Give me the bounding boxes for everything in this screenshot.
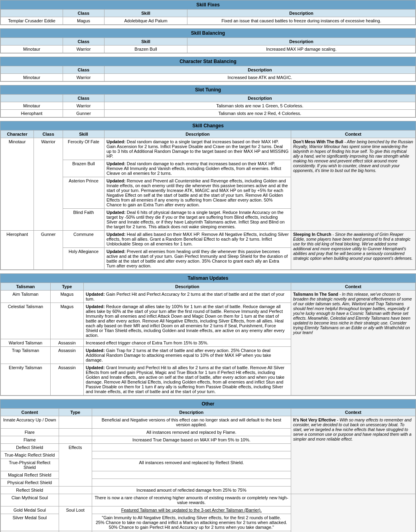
skill-cell: Ferocity Of Fate <box>63 138 104 160</box>
talisman-updates-header: Talisman Updates <box>0 274 416 283</box>
content-cell: Reflect Shield <box>1 487 59 494</box>
talisman-cell: Warlord Talisman <box>1 339 51 347</box>
class-cell: Gunner <box>63 110 104 117</box>
th-context: Context <box>291 131 415 138</box>
desc-cell: Featured Talisman will be updated to the… <box>92 506 291 514</box>
type-cell: Effects <box>59 444 92 487</box>
context-cell: Talismans In The Sand - In this release,… <box>291 291 415 396</box>
desc-cell: Updated: Deal random damage to a single … <box>104 138 291 160</box>
desc-cell: Increased MAX HP damage scaling. <box>187 45 416 53</box>
desc-cell <box>92 444 291 451</box>
char-stat-table: Class Description Minotaur Warrior Incre… <box>0 66 416 81</box>
desc-cell: Updated: Prevent all enemies from healin… <box>104 248 291 270</box>
type-cell: Assassin <box>50 339 83 347</box>
content-cell: True-Magic Reflect Shield <box>1 451 59 459</box>
th-character <box>1 95 63 102</box>
context-cell: Sleeping In Church - Since the awakening… <box>291 231 415 270</box>
character-cell: Minotaur <box>1 102 63 110</box>
skill-balancing-section: Skill Balancing Class Skill Description … <box>0 28 416 53</box>
char-stat-section: Character Stat Balancing Class Descripti… <box>0 57 416 82</box>
th-skill: Skill <box>104 38 187 45</box>
desc-cell: Updated: Reduce damage all allies take b… <box>83 303 291 339</box>
talisman-cell: Celestial Talisman <box>1 303 51 339</box>
desc-cell: Talisman slots are now 2 Red, 4 Colorles… <box>104 110 416 117</box>
th-description: Description <box>187 10 416 17</box>
desc-cell: Beneficial and Negative versions of this… <box>92 416 291 429</box>
th-description: Description <box>92 409 291 416</box>
content-cell: Magical Reflect Shield <box>1 471 59 479</box>
desc-cell: Increased True Damage based on MAX HP fr… <box>92 436 291 444</box>
talisman-cell: Eternity Talisman <box>1 364 51 396</box>
th-skill: Skill <box>104 10 187 17</box>
th-character <box>1 66 63 74</box>
talisman-updates-section: Talisman Updates Talisman Type Descripti… <box>0 273 416 396</box>
desc-cell: Updated: Deal 6 hits of physical damage … <box>104 209 291 231</box>
class-cell: Warrior <box>34 138 63 231</box>
desc-cell: There is now a rare chance of receiving … <box>92 494 291 506</box>
class-cell: Warrior <box>63 74 104 81</box>
th-character: Character <box>1 131 34 138</box>
char-stat-header: Character Stat Balancing <box>0 57 416 66</box>
context-cell <box>291 494 415 532</box>
type-cell: Assassin <box>50 347 83 364</box>
type-cell: Assassin <box>50 364 83 396</box>
context-cell: Don't Mess With The Bull - After being b… <box>291 138 415 231</box>
th-class: Class <box>63 95 104 102</box>
skill-changes-section: Skill Changes Character Class Skill Desc… <box>0 121 416 270</box>
content-cell: Silver Medal Soul <box>1 514 59 531</box>
skill-cell: Asterion Prince <box>63 177 104 209</box>
context-cell: It's Not Very Effective - With so many e… <box>291 416 415 494</box>
skill-changes-header: Skill Changes <box>0 121 416 130</box>
desc-cell: Updated: Deal random damage to each enem… <box>104 160 291 177</box>
table-row: Minotaur Warrior Increased base ATK and … <box>1 74 416 81</box>
content-cell: Gold Medal Soul <box>1 506 59 514</box>
table-row: Minotaur Warrior Brazen Bull Increased M… <box>1 45 416 53</box>
skill-balancing-table: Class Skill Description Minotaur Warrior… <box>0 38 416 53</box>
character-cell: Minotaur <box>1 45 63 53</box>
table-row: Hierophant Gunner Talisman slots are now… <box>1 110 416 117</box>
th-talisman: Talisman <box>1 283 51 291</box>
type-cell: Magus <box>50 303 83 339</box>
th-type: Type <box>59 409 92 416</box>
desc-cell: Updated: Gain Perfect Hit and Perfect Ac… <box>83 291 291 303</box>
content-cell: Physical Reflect Shield <box>1 479 59 487</box>
skill-cell: Brazen Bull <box>63 160 104 177</box>
th-description: Description <box>104 131 291 138</box>
th-description: Description <box>104 66 416 74</box>
skill-fixes-section: Skill Fixes Class Skill Description Temp… <box>0 0 416 25</box>
th-context: Context <box>291 283 415 291</box>
character-cell: Templar Crusader Eddie <box>1 17 63 25</box>
th-type: Type <box>50 283 83 291</box>
type-cell: Magus <box>50 291 83 303</box>
skill-fixes-header: Skill Fixes <box>0 0 416 9</box>
content-cell: Clan Mythical Soul <box>1 494 59 506</box>
table-row: Templar Crusader Eddie Magus Adolebitque… <box>1 17 416 25</box>
class-cell: Warrior <box>63 102 104 110</box>
table-row: Hierophant Gunner Commune Updated: Heal … <box>1 231 416 248</box>
skill-cell: Adolebitque Ad Palum <box>104 17 187 25</box>
th-class: Class <box>63 66 104 74</box>
class-cell: Magus <box>63 17 104 25</box>
content-cell: True-Physical Reflect Shield <box>1 459 59 471</box>
type-cell: Soul Loot <box>59 506 92 531</box>
desc-cell: Increased amount of reflected damage fro… <box>92 487 291 494</box>
table-row: Innate Accuracy Up / Down Beneficial and… <box>1 416 416 429</box>
talisman-cell: Aim Talisman <box>1 291 51 303</box>
talisman-updates-table: Talisman Type Description Context Aim Ta… <box>0 283 416 396</box>
skill-cell: Brazen Bull <box>104 45 187 53</box>
skill-cell: Holy Allegiance <box>63 248 104 270</box>
desc-cell: Fixed an issue that caused battles to fr… <box>187 17 416 25</box>
slot-tuning-table: Class Description Minotaur Warrior Talis… <box>0 94 416 117</box>
character-cell: Minotaur <box>1 138 34 231</box>
type-cell <box>59 487 92 494</box>
desc-cell: Updated: Grant Immunity and Perfect Hit … <box>83 364 291 396</box>
table-row: Aim Talisman Magus Updated: Gain Perfect… <box>1 291 416 303</box>
table-row: Clan Mythical Soul There is now a rare c… <box>1 494 416 506</box>
character-cell: Hierophant <box>1 110 63 117</box>
th-character <box>1 10 63 17</box>
th-class: Class <box>63 10 104 17</box>
type-cell <box>59 494 92 506</box>
class-cell: Gunner <box>34 231 63 270</box>
th-description: Description <box>187 38 416 45</box>
type-cell <box>59 436 92 444</box>
